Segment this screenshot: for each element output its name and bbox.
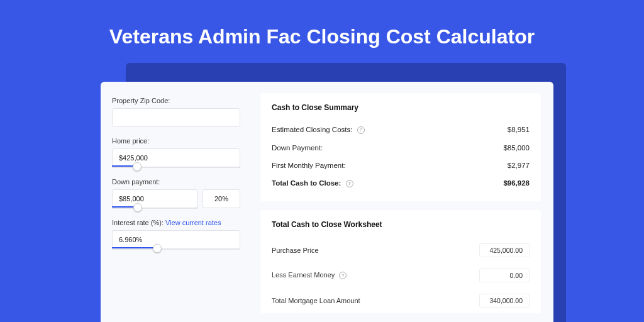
slider-thumb[interactable]: [153, 244, 162, 253]
interest-slider[interactable]: [112, 248, 240, 250]
help-icon[interactable]: ?: [357, 126, 365, 134]
zip-label: Property Zip Code:: [112, 97, 240, 104]
worksheet-row-value[interactable]: 340,000.00: [479, 294, 530, 308]
inputs-panel: Property Zip Code: Home price: Down paym…: [101, 82, 252, 322]
worksheet-row-value[interactable]: 425,000.00: [479, 243, 530, 257]
help-icon[interactable]: ?: [346, 180, 353, 187]
down-payment-group: Down payment:: [112, 178, 240, 209]
interest-label: Interest rate (%): View current rates: [112, 219, 240, 226]
zip-field-group: Property Zip Code:: [112, 97, 240, 127]
home-price-slider[interactable]: [112, 167, 240, 168]
interest-group: Interest rate (%): View current rates: [112, 219, 240, 250]
slider-fill: [112, 165, 135, 167]
worksheet-label-text: Less Earnest Money: [272, 271, 335, 279]
slider-thumb[interactable]: [133, 203, 142, 212]
summary-row-value: $2,977: [508, 162, 530, 169]
summary-title: Cash to Close Summary: [272, 103, 530, 112]
summary-row: Down Payment: $85,000: [272, 139, 530, 157]
summary-row-label: First Monthly Payment:: [272, 162, 346, 169]
worksheet-box: Total Cash to Close Worksheet Purchase P…: [260, 210, 541, 313]
zip-input[interactable]: [112, 108, 240, 127]
summary-row: Estimated Closing Costs: ? $8,951: [272, 121, 530, 139]
summary-row-total: Total Cash to Close: ? $96,928: [272, 174, 530, 192]
summary-label-text: Estimated Closing Costs:: [272, 126, 352, 133]
view-rates-link[interactable]: View current rates: [165, 219, 221, 226]
slider-fill: [112, 247, 157, 248]
summary-row-value: $96,928: [503, 179, 530, 187]
worksheet-title: Total Cash to Close Worksheet: [272, 220, 530, 229]
down-payment-slider[interactable]: [112, 208, 198, 209]
results-panel: Cash to Close Summary Estimated Closing …: [252, 82, 553, 322]
worksheet-row: Purchase Price 425,000.00: [272, 238, 530, 263]
slider-thumb[interactable]: [133, 162, 142, 171]
interest-input[interactable]: [112, 230, 240, 249]
summary-box: Cash to Close Summary Estimated Closing …: [260, 93, 541, 201]
worksheet-row: Total Mortgage Loan Amount 340,000.00: [272, 288, 530, 313]
down-payment-input[interactable]: [112, 189, 197, 208]
summary-label-text: Total Cash to Close:: [272, 179, 341, 187]
worksheet-row: Less Earnest Money ? 0.00: [272, 263, 530, 288]
summary-row-value: $85,000: [503, 144, 530, 152]
worksheet-row-label: Less Earnest Money ?: [272, 271, 347, 279]
home-price-input[interactable]: [112, 148, 240, 167]
interest-label-text: Interest rate (%):: [112, 219, 164, 226]
home-price-group: Home price:: [112, 137, 240, 168]
calculator-card: Property Zip Code: Home price: Down paym…: [101, 82, 553, 322]
down-payment-label: Down payment:: [112, 178, 240, 186]
summary-row: First Monthly Payment: $2,977: [272, 157, 530, 174]
home-price-label: Home price:: [112, 137, 240, 145]
summary-row-label: Total Cash to Close: ?: [272, 179, 353, 187]
summary-row-label: Down Payment:: [272, 144, 323, 152]
summary-row-label: Estimated Closing Costs: ?: [272, 126, 365, 134]
worksheet-row-label: Purchase Price: [272, 247, 319, 254]
summary-row-value: $8,951: [508, 126, 530, 133]
help-icon[interactable]: ?: [339, 272, 347, 279]
slider-fill: [112, 206, 136, 208]
down-payment-pct-input[interactable]: [203, 189, 240, 208]
worksheet-row-label: Total Mortgage Loan Amount: [272, 297, 360, 304]
page-title: Veterans Admin Fac Closing Cost Calculat…: [0, 0, 644, 61]
worksheet-row-value[interactable]: 0.00: [479, 269, 530, 282]
